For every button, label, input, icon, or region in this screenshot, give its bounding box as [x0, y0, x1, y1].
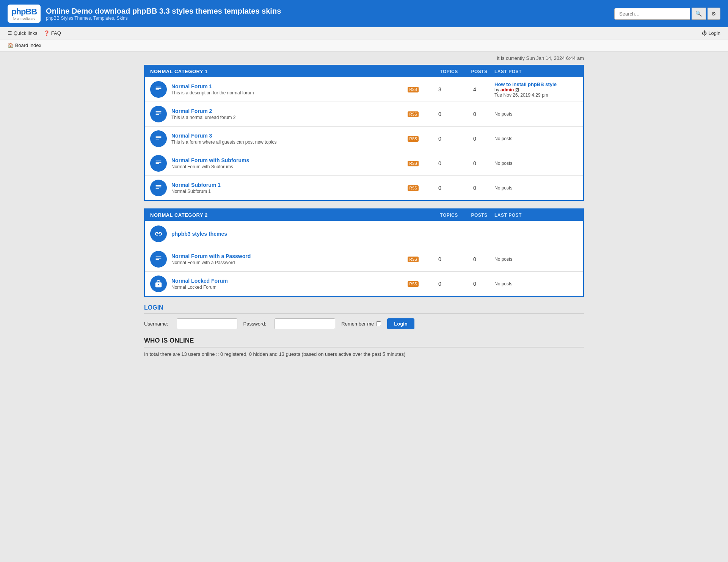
rss-icon[interactable]: RSS: [408, 185, 419, 191]
forum-row: Normal Forum 2 This is a normal unread f…: [145, 102, 583, 127]
forum-topics: 0: [425, 111, 455, 117]
site-subtitle: phpBB Styles Themes, Templates, Skins: [46, 16, 281, 21]
faq-link[interactable]: ❓ FAQ: [44, 30, 61, 36]
forum-info: Normal Locked Forum Normal Locked Forum: [171, 278, 403, 290]
forum-topics: 0: [425, 160, 455, 166]
forum-info: Normal Forum with Subforums Normal Forum…: [171, 157, 403, 169]
link-forum-row: phpbb3 styles themes: [145, 221, 583, 247]
forum-desc: Normal Forum with Subforums: [171, 164, 403, 169]
forum-row: Normal Forum with Subforums Normal Forum…: [145, 151, 583, 176]
col-posts-label: POSTS: [464, 69, 494, 74]
forum-icon: [150, 180, 167, 196]
search-bar: 🔍 ⚙: [614, 8, 720, 20]
forum-doc-icon: [154, 110, 163, 118]
forum-name-link[interactable]: Normal Forum 2: [171, 108, 212, 114]
faq-icon: ❓: [44, 30, 50, 36]
rss-icon[interactable]: RSS: [408, 281, 419, 287]
forum-row: Normal Forum with a Password Normal Foru…: [145, 247, 583, 272]
forum-name-link[interactable]: Normal Locked Forum: [171, 278, 228, 284]
forum-last-post: No posts: [494, 281, 578, 286]
search-input[interactable]: [614, 8, 690, 20]
username-input[interactable]: [177, 318, 237, 329]
forum-icon-locked: [150, 276, 167, 292]
forum-last-post: No posts: [494, 111, 578, 117]
rss-icon[interactable]: RSS: [408, 161, 419, 166]
remember-me-checkbox[interactable]: [376, 321, 381, 326]
lock-icon: [154, 280, 163, 288]
category-2-header: NORMAL CATEGORY 2 TOPICS POSTS LAST POST: [145, 209, 583, 221]
category-1-cols: TOPICS POSTS LAST POST: [434, 69, 578, 74]
who-is-online-section: WHO IS ONLINE In total there are 13 user…: [144, 337, 584, 358]
login-form: Username: Password: Remember me Login: [144, 318, 584, 329]
category-1-block: NORMAL CATEGORY 1 TOPICS POSTS LAST POST…: [144, 65, 584, 201]
forum-row: Normal Forum 3 This is a forum where all…: [145, 127, 583, 151]
forum-desc: Normal Locked Forum: [171, 285, 403, 290]
breadcrumb: 🏠 Board index: [0, 39, 728, 52]
forum-posts: 0: [460, 160, 490, 166]
no-posts-text: No posts: [494, 185, 512, 191]
last-post-date: Tue Nov 26, 2019 4:29 pm: [494, 92, 578, 98]
remember-me-container: Remember me: [341, 321, 381, 327]
forum-name-link[interactable]: Normal Forum with a Password: [171, 253, 251, 259]
rss-icon[interactable]: RSS: [408, 257, 419, 262]
username-label: Username:: [144, 321, 168, 327]
link-forum-info: phpbb3 styles themes: [171, 231, 578, 237]
forum-info: Normal Subforum 1 Normal Subforum 1: [171, 182, 403, 194]
quick-links-label: Quick links: [14, 30, 38, 36]
forum-icon: [150, 106, 167, 122]
site-header: phpBB forum software Online Demo downloa…: [0, 0, 728, 27]
rss-icon[interactable]: RSS: [408, 87, 419, 92]
forum-info: Normal Forum 3 This is a forum where all…: [171, 133, 403, 145]
search-button[interactable]: 🔍: [692, 8, 706, 20]
forum-last-post: No posts: [494, 257, 578, 262]
category-1-title: NORMAL CATEGORY 1: [150, 69, 208, 74]
site-title-block: Online Demo download phpBB 3.3 styles th…: [46, 6, 281, 21]
forum-posts: 0: [460, 281, 490, 287]
forum-icon: [150, 155, 167, 172]
board-index-link[interactable]: Board index: [15, 42, 41, 48]
forum-row: Normal Subforum 1 Normal Subforum 1 RSS …: [145, 176, 583, 200]
settings-button[interactable]: ⚙: [708, 8, 720, 20]
main-content: It is currently Sun Jan 14, 2024 6:44 am…: [136, 52, 592, 366]
forum-topics: 0: [425, 185, 455, 191]
forum-topics: 0: [425, 136, 455, 142]
password-input[interactable]: [275, 318, 335, 329]
logo[interactable]: phpBB forum software: [8, 5, 41, 23]
navbar: ☰ Quick links ❓ FAQ ⏻ Login: [0, 27, 728, 39]
forum-topics: 0: [425, 256, 455, 262]
link-forum-name[interactable]: phpbb3 styles themes: [171, 231, 227, 237]
no-posts-text: No posts: [494, 257, 512, 262]
last-post-title-link[interactable]: How to install phpBB style: [494, 81, 557, 87]
forum-last-post: No posts: [494, 161, 578, 166]
forum-name-link[interactable]: Normal Forum 3: [171, 133, 212, 139]
forum-posts: 0: [460, 256, 490, 262]
quick-links-button[interactable]: ☰ Quick links: [8, 30, 38, 36]
forum-posts: 4: [460, 86, 490, 92]
forum-name-link[interactable]: Normal Subforum 1: [171, 182, 221, 188]
forum-name-link[interactable]: Normal Forum with Subforums: [171, 157, 249, 163]
remember-me-label: Remember me: [341, 321, 374, 327]
forum-desc: Normal Subforum 1: [171, 189, 403, 194]
forum-row: Normal Forum 1 This is a description for…: [145, 77, 583, 102]
last-post-by: by admin 🖼: [494, 87, 578, 92]
link-icon: [154, 230, 163, 238]
password-label: Password:: [243, 321, 267, 327]
home-icon: 🏠: [8, 42, 14, 48]
who-online-text: In total there are 13 users online :: 0 …: [144, 351, 584, 358]
login-button[interactable]: Login: [387, 318, 414, 329]
no-posts-text: No posts: [494, 281, 512, 286]
forum-last-post: No posts: [494, 136, 578, 141]
forum-last-post: No posts: [494, 185, 578, 191]
navbar-left: ☰ Quick links ❓ FAQ: [8, 30, 61, 36]
col-topics-label: TOPICS: [434, 213, 464, 218]
rss-icon[interactable]: RSS: [408, 111, 419, 117]
login-section: LOGIN Username: Password: Remember me Lo…: [144, 304, 584, 329]
forum-doc-icon: [154, 255, 163, 263]
forum-doc-icon: [154, 135, 163, 143]
forum-doc-icon: [154, 159, 163, 168]
rss-icon[interactable]: RSS: [408, 136, 419, 142]
login-title: LOGIN: [144, 304, 584, 314]
login-link[interactable]: ⏻ Login: [702, 30, 720, 36]
forum-name-link[interactable]: Normal Forum 1: [171, 83, 212, 89]
forum-icon: [150, 81, 167, 98]
